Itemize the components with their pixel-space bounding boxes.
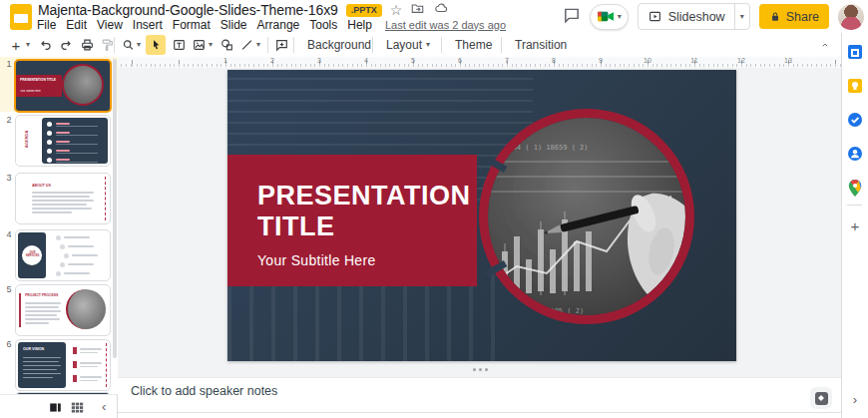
menu-edit[interactable]: Edit	[61, 18, 92, 32]
slide-editor[interactable]: 18594 ( 1) 18659 ( 2) 18585 ( 2)	[227, 70, 736, 361]
thumb-circle-image	[62, 64, 104, 106]
slide-number: 2	[3, 115, 15, 125]
menu-bar: File Edit View Insert Format Slide Arran…	[32, 17, 506, 32]
slideshow-dropdown[interactable]: ▾	[734, 4, 749, 29]
redo-button[interactable]	[57, 33, 75, 57]
thumb-accent-bar	[19, 293, 21, 327]
slide-thumbnail-row-1[interactable]: 1 PRESENTATION TITLE Your Subtitle Here	[0, 57, 118, 112]
thumb-subtitle: Your Subtitle Here	[20, 90, 41, 93]
theme-button[interactable]: Theme	[447, 33, 500, 57]
image-caret-dropdown[interactable]: ▾	[206, 33, 216, 57]
insert-comment-button[interactable]	[272, 33, 290, 57]
undo-button[interactable]	[36, 33, 54, 57]
slide-3-thumbnail[interactable]: ABOUT US	[15, 173, 111, 224]
slide-number: 6	[3, 339, 15, 349]
menu-file[interactable]: File	[32, 18, 61, 32]
meet-button[interactable]: ▾	[590, 4, 629, 30]
slide-circle-image[interactable]: 18594 ( 1) 18659 ( 2) 18585 ( 2)	[472, 102, 701, 331]
slide-thumbnail-row-6[interactable]: 6 OUR VISION	[0, 337, 118, 392]
ruler-number: 9	[599, 57, 603, 64]
slides-logo-icon[interactable]	[10, 4, 32, 30]
collapse-filmstrip-icon[interactable]: ‹	[102, 400, 106, 413]
explore-button[interactable]	[810, 387, 832, 409]
ruler-number: 13	[784, 57, 792, 64]
background-button[interactable]: Background	[299, 33, 379, 57]
contacts-icon[interactable]	[846, 145, 864, 163]
transition-button[interactable]: Transition	[507, 33, 575, 57]
plus-icon: +	[12, 37, 21, 54]
ruler-number: 8	[552, 57, 556, 64]
calendar-icon[interactable]	[846, 43, 864, 61]
thumb-circle-image	[66, 289, 106, 329]
slide-thumbnail-row-5[interactable]: 5 PROJECT PROCESS	[0, 282, 118, 337]
chevron-right-icon: ›	[853, 393, 857, 406]
slide-thumbnail-row-2[interactable]: 2 AGENDA	[0, 113, 118, 168]
menu-format[interactable]: Format	[168, 18, 216, 32]
slideshow-label: Slideshow	[668, 10, 725, 24]
notes-resize-handle[interactable]	[473, 368, 488, 371]
slide-6-thumbnail[interactable]: OUR VISION	[15, 339, 111, 391]
select-tool-button[interactable]	[146, 35, 166, 55]
menu-slide[interactable]: Slide	[216, 18, 252, 32]
menu-insert[interactable]: Insert	[128, 18, 168, 32]
menu-view[interactable]: View	[92, 18, 128, 32]
text-box-button[interactable]	[170, 33, 188, 57]
line-caret-dropdown[interactable]: ▾	[253, 33, 263, 57]
comment-history-icon[interactable]	[563, 6, 581, 28]
slide-1-thumbnail[interactable]: PRESENTATION TITLE Your Subtitle Here	[14, 59, 112, 113]
toolbar-divider	[501, 37, 502, 53]
meet-camera-icon	[597, 9, 616, 24]
ruler-number: 3	[317, 57, 321, 64]
insert-shape-button[interactable]	[217, 33, 235, 57]
document-title[interactable]: Majenta-Background-Google-Slides-Theme-1…	[38, 2, 338, 18]
speaker-notes-placeholder[interactable]: Click to add speaker notes	[131, 384, 277, 398]
get-addons-button[interactable]: +	[846, 216, 864, 234]
layout-caret-icon: ▾	[426, 41, 430, 49]
thumb-title: PRESENTATION TITLE	[20, 78, 66, 82]
new-slide-button[interactable]: +	[8, 33, 24, 57]
menu-tools[interactable]: Tools	[304, 18, 342, 32]
tasks-icon[interactable]	[846, 111, 864, 129]
thumb-title: ABOUT US	[32, 184, 51, 188]
zoom-dropdown[interactable]: ▾	[134, 33, 144, 57]
filmstrip-scrollbar[interactable]	[113, 59, 117, 358]
slide-2-thumbnail[interactable]: AGENDA	[15, 115, 111, 167]
hide-side-panel-button[interactable]: ›	[846, 390, 864, 408]
account-avatar[interactable]	[838, 4, 864, 30]
slide-4-thumbnail[interactable]: OUR SERVICES	[15, 229, 111, 281]
filmstrip-bottom-bar: ‹	[0, 394, 118, 418]
slideshow-main[interactable]: Slideshow	[639, 4, 734, 29]
thumb-dashed-accent	[106, 343, 107, 387]
slide-thumbnail-row-3[interactable]: 3 ABOUT US	[0, 171, 118, 225]
slide-title-text[interactable]: PRESENTATION TITLE	[257, 181, 487, 243]
zoom-caret-icon: ▾	[137, 41, 141, 49]
share-button[interactable]: Share	[759, 4, 829, 29]
maps-icon[interactable]	[846, 179, 864, 197]
toolbar-divider	[293, 37, 294, 53]
filmstrip-view-button[interactable]	[48, 400, 63, 418]
toolbar-divider	[372, 37, 373, 53]
keep-icon[interactable]	[846, 77, 864, 95]
plus-icon: +	[851, 218, 860, 233]
slide-thumbnail-row-4[interactable]: 4 OUR SERVICES	[0, 227, 118, 282]
star-icon[interactable]: ☆	[390, 3, 403, 17]
explore-icon	[815, 392, 828, 405]
title-banner[interactable]: PRESENTATION TITLE Your Subtitle Here	[227, 155, 477, 286]
ruler-number: 1	[223, 57, 227, 64]
thumb-dashed-accent	[105, 177, 106, 220]
ruler-number: 6	[458, 57, 462, 64]
print-button[interactable]	[78, 33, 96, 57]
last-edit-link[interactable]: Last edit was 2 days ago	[385, 19, 506, 31]
grid-view-button[interactable]	[70, 400, 85, 418]
ruler-number: 10	[644, 57, 651, 64]
hide-menus-button[interactable]	[816, 33, 834, 57]
layout-button[interactable]: Layout ▾	[378, 33, 438, 57]
menu-help[interactable]: Help	[342, 18, 377, 32]
slide-subtitle-text[interactable]: Your Subtitle Here	[257, 252, 376, 268]
new-slide-dropdown[interactable]: ▾	[23, 33, 33, 57]
menu-arrange[interactable]: Arrange	[252, 18, 305, 32]
slide-filmstrip: 1 PRESENTATION TITLE Your Subtitle Here …	[0, 57, 119, 394]
slide-5-thumbnail[interactable]: PROJECT PROCESS	[15, 284, 111, 336]
thumb-panel: OUR SERVICES	[18, 232, 46, 278]
slideshow-button[interactable]: Slideshow ▾	[638, 3, 750, 30]
